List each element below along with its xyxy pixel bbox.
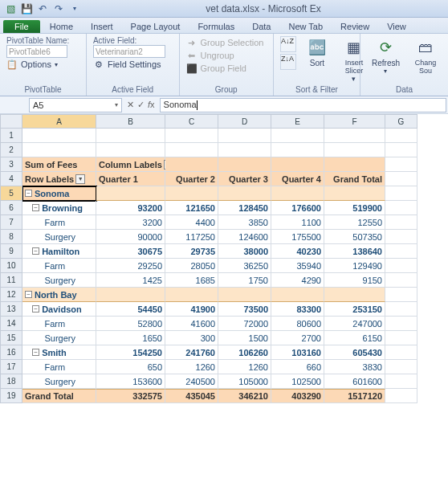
col-D[interactable]: D — [218, 114, 271, 129]
cell[interactable] — [385, 201, 417, 215]
collapse-icon[interactable]: − — [25, 190, 32, 197]
cell[interactable]: 3850 — [218, 215, 271, 230]
cell[interactable] — [271, 186, 324, 201]
cell[interactable] — [385, 172, 417, 186]
row-header[interactable]: 15 — [0, 331, 22, 345]
cell[interactable]: Grand Total — [22, 389, 96, 403]
row-header[interactable]: 5 — [0, 186, 22, 201]
col-A[interactable]: A — [22, 114, 96, 129]
cell[interactable]: 29735 — [165, 244, 218, 259]
cell[interactable]: 519900 — [324, 201, 385, 215]
tab-formulas[interactable]: Formulas — [189, 20, 242, 33]
cell[interactable]: Quarter 1 — [96, 172, 165, 186]
cell[interactable]: 40230 — [271, 244, 324, 259]
cell[interactable]: 72000 — [218, 317, 271, 331]
cell[interactable]: 1260 — [165, 360, 218, 374]
cell[interactable]: 35940 — [271, 259, 324, 273]
cell[interactable]: −Browning — [22, 201, 96, 215]
cell[interactable] — [96, 129, 165, 143]
tab-new[interactable]: New Tab — [280, 20, 331, 33]
cell[interactable]: 54450 — [96, 302, 165, 317]
redo-icon[interactable]: ↷ — [51, 2, 66, 16]
change-source-button[interactable]: 🗃Chang Sou — [409, 36, 442, 75]
cell[interactable] — [218, 157, 271, 172]
row-header[interactable]: 7 — [0, 215, 22, 230]
row-header[interactable]: 4 — [0, 172, 22, 186]
pt-name-input[interactable] — [6, 45, 67, 58]
cell[interactable] — [165, 157, 218, 172]
cell[interactable]: Quarter 2 — [165, 172, 218, 186]
tab-view[interactable]: View — [379, 20, 414, 33]
cell[interactable]: 154250 — [96, 345, 165, 360]
cell[interactable]: Farm — [22, 259, 96, 273]
row-header[interactable]: 8 — [0, 230, 22, 244]
cell[interactable] — [165, 143, 218, 157]
enter-icon[interactable]: ✓ — [137, 100, 145, 110]
cell[interactable]: 103160 — [271, 345, 324, 360]
col-C[interactable]: C — [165, 114, 218, 129]
cell[interactable]: 36250 — [218, 259, 271, 273]
tab-insert[interactable]: Insert — [83, 20, 121, 33]
cell[interactable]: Surgery — [22, 230, 96, 244]
cell[interactable] — [218, 186, 271, 201]
cell[interactable]: Farm — [22, 215, 96, 230]
cell[interactable] — [271, 129, 324, 143]
tab-page-layout[interactable]: Page Layout — [123, 20, 189, 33]
cell[interactable] — [385, 215, 417, 230]
cell[interactable]: 247000 — [324, 317, 385, 331]
cell[interactable] — [385, 360, 417, 374]
row-header[interactable]: 14 — [0, 317, 22, 331]
collapse-icon[interactable]: − — [25, 291, 32, 298]
cell[interactable]: 332575 — [96, 389, 165, 403]
row-header[interactable]: 16 — [0, 345, 22, 360]
cell[interactable]: 601600 — [324, 374, 385, 389]
cell[interactable]: −Davidson — [22, 302, 96, 317]
cell[interactable]: 129490 — [324, 259, 385, 273]
cell[interactable] — [165, 129, 218, 143]
cell[interactable]: 1650 — [96, 331, 165, 345]
cell[interactable]: 41900 — [165, 302, 218, 317]
cell[interactable]: 4400 — [165, 215, 218, 230]
cell[interactable]: 128450 — [218, 201, 271, 215]
cell[interactable]: 90000 — [96, 230, 165, 244]
cancel-icon[interactable]: ✕ — [127, 100, 134, 110]
cell[interactable]: Surgery — [22, 331, 96, 345]
cell[interactable] — [96, 186, 165, 201]
cell[interactable]: 12550 — [324, 215, 385, 230]
tab-home[interactable]: Home — [42, 20, 81, 33]
select-all-corner[interactable] — [0, 114, 22, 129]
cell[interactable]: 176600 — [271, 201, 324, 215]
cell[interactable]: 41600 — [165, 317, 218, 331]
cell[interactable]: 660 — [271, 360, 324, 374]
row-header[interactable]: 9 — [0, 244, 22, 259]
cell[interactable]: 650 — [96, 360, 165, 374]
cell[interactable] — [96, 143, 165, 157]
collapse-icon[interactable]: − — [32, 305, 39, 313]
cell[interactable] — [218, 129, 271, 143]
cell[interactable]: Quarter 3 — [218, 172, 271, 186]
cell[interactable]: 52800 — [96, 317, 165, 331]
field-settings-button[interactable]: ⚙Field Settings — [93, 58, 173, 71]
cell[interactable]: −Smith — [22, 345, 96, 360]
name-box[interactable]: A5▾ — [29, 98, 122, 112]
cell[interactable] — [385, 273, 417, 288]
cell[interactable] — [385, 157, 417, 172]
cell[interactable]: 1517120 — [324, 389, 385, 403]
cell[interactable] — [324, 143, 385, 157]
row-header[interactable]: 12 — [0, 288, 22, 302]
cell[interactable]: 3200 — [96, 215, 165, 230]
cell[interactable] — [271, 143, 324, 157]
sort-desc-icon[interactable]: Z↓A — [280, 54, 296, 70]
cell[interactable]: −Hamilton — [22, 244, 96, 259]
cell[interactable]: 253150 — [324, 302, 385, 317]
cell[interactable] — [324, 157, 385, 172]
cell[interactable] — [324, 129, 385, 143]
cell[interactable] — [22, 143, 96, 157]
fx-icon[interactable]: fx — [148, 100, 155, 110]
cell[interactable]: 153600 — [96, 374, 165, 389]
collapse-icon[interactable]: − — [32, 247, 39, 255]
undo-icon[interactable]: ↶ — [35, 2, 50, 16]
cell[interactable]: Grand Total — [324, 172, 385, 186]
row-header[interactable]: 13 — [0, 302, 22, 317]
row-header[interactable]: 11 — [0, 273, 22, 288]
